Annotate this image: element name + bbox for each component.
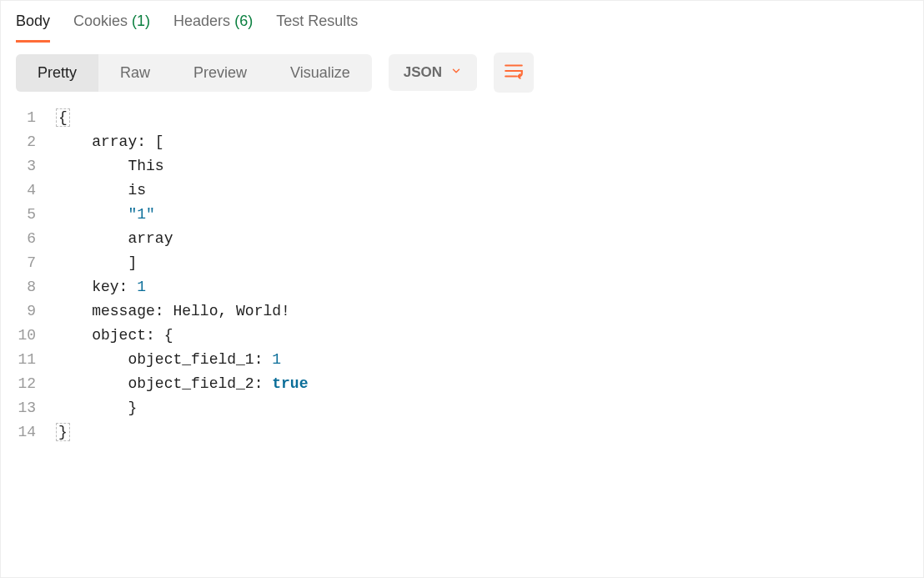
- code-content: }: [56, 420, 70, 445]
- token: true: [272, 375, 308, 392]
- token: object_field_1:: [128, 351, 272, 368]
- indent: [56, 206, 128, 223]
- token: {: [56, 108, 70, 127]
- token: }: [128, 400, 137, 416]
- token: This: [128, 158, 163, 174]
- code-line[interactable]: 12 object_field_2: true: [16, 372, 908, 396]
- code-content: object: {: [56, 324, 173, 348]
- indent: [56, 279, 92, 295]
- token: array: [: [92, 133, 163, 150]
- code-content: }: [56, 396, 137, 420]
- code-line[interactable]: 4 is: [16, 178, 908, 203]
- tab-headers-label: Headers: [173, 13, 230, 29]
- line-number: 7: [16, 251, 56, 275]
- code-line[interactable]: 6 array: [16, 227, 908, 251]
- token: "1": [128, 206, 154, 223]
- code-line[interactable]: 11 object_field_1: 1: [16, 348, 908, 372]
- view-mode-pretty[interactable]: Pretty: [16, 54, 98, 92]
- line-number: 13: [16, 396, 56, 420]
- token: 1: [137, 279, 146, 295]
- indent: [56, 133, 92, 150]
- indent: [56, 375, 128, 392]
- code-content: message: Hello, World!: [56, 299, 290, 324]
- content-type-select[interactable]: JSON: [389, 54, 477, 91]
- code-content: array: [56, 227, 173, 251]
- line-number: 12: [16, 372, 56, 396]
- view-mode-preview[interactable]: Preview: [172, 54, 269, 92]
- content-type-label: JSON: [404, 64, 442, 81]
- code-line[interactable]: 2 array: [: [16, 130, 908, 154]
- view-mode-group: Pretty Raw Preview Visualize: [16, 54, 372, 92]
- wrap-lines-button[interactable]: [494, 53, 534, 93]
- indent: [56, 303, 92, 319]
- chevron-down-icon: [450, 64, 462, 81]
- code-line[interactable]: 3 This: [16, 154, 908, 178]
- indent: [56, 230, 128, 247]
- indent: [56, 182, 128, 199]
- token: message: Hello, World!: [92, 303, 290, 319]
- token: is: [128, 182, 146, 199]
- token: }: [56, 423, 70, 441]
- token: ]: [128, 254, 137, 271]
- code-content: "1": [56, 203, 155, 227]
- tab-cookies-count: (1): [132, 13, 150, 29]
- code-content: ]: [56, 251, 137, 275]
- token: 1: [272, 351, 281, 368]
- code-content: {: [56, 106, 70, 130]
- response-toolbar: Pretty Raw Preview Visualize JSON: [1, 43, 923, 93]
- tab-headers-count: (6): [234, 13, 253, 29]
- token: object_field_2:: [128, 375, 272, 392]
- indent: [56, 327, 92, 344]
- code-line[interactable]: 5 "1": [16, 203, 908, 227]
- code-line[interactable]: 8 key: 1: [16, 275, 908, 299]
- line-number: 10: [16, 324, 56, 348]
- code-content: object_field_1: 1: [56, 348, 281, 372]
- view-mode-raw[interactable]: Raw: [98, 54, 172, 92]
- indent: [56, 351, 128, 368]
- code-line[interactable]: 1{: [16, 106, 908, 130]
- line-number: 2: [16, 130, 56, 154]
- line-number: 4: [16, 178, 56, 203]
- line-number: 1: [16, 106, 56, 130]
- token: object: {: [92, 327, 173, 344]
- indent: [56, 254, 128, 271]
- response-body-code[interactable]: 1{2 array: [3 This4 is5 "1"6 array7 ]8 k…: [1, 93, 923, 458]
- tab-headers[interactable]: Headers (6): [173, 13, 253, 43]
- indent: [56, 400, 128, 416]
- indent: [56, 158, 128, 174]
- code-line[interactable]: 7 ]: [16, 251, 908, 275]
- code-line[interactable]: 10 object: {: [16, 324, 908, 348]
- line-number: 8: [16, 275, 56, 299]
- line-number: 14: [16, 420, 56, 445]
- line-number: 11: [16, 348, 56, 372]
- tab-body[interactable]: Body: [16, 13, 50, 43]
- code-line[interactable]: 13 }: [16, 396, 908, 420]
- code-content: key: 1: [56, 275, 146, 299]
- code-content: object_field_2: true: [56, 372, 308, 396]
- token: key:: [92, 279, 137, 295]
- code-line[interactable]: 9 message: Hello, World!: [16, 299, 908, 324]
- code-content: array: [: [56, 130, 164, 154]
- code-content: This: [56, 154, 164, 178]
- line-number: 3: [16, 154, 56, 178]
- response-tabs: Body Cookies (1) Headers (6) Test Result…: [1, 1, 923, 43]
- tab-cookies[interactable]: Cookies (1): [73, 13, 150, 43]
- line-number: 6: [16, 227, 56, 251]
- code-content: is: [56, 178, 146, 203]
- code-line[interactable]: 14}: [16, 420, 908, 445]
- line-number: 5: [16, 203, 56, 227]
- token: array: [128, 230, 173, 247]
- tab-cookies-label: Cookies: [73, 13, 128, 29]
- view-mode-visualize[interactable]: Visualize: [269, 54, 372, 92]
- tab-test-results[interactable]: Test Results: [276, 13, 358, 43]
- line-number: 9: [16, 299, 56, 324]
- wrap-lines-icon: [503, 60, 525, 85]
